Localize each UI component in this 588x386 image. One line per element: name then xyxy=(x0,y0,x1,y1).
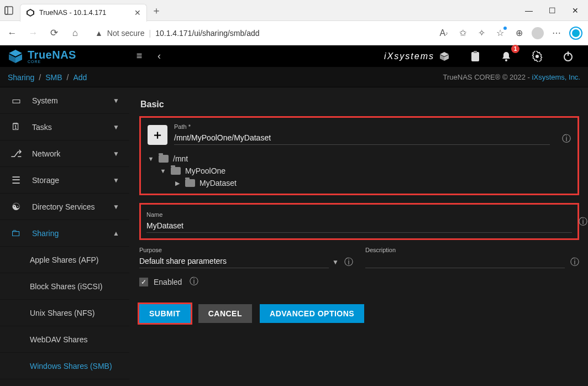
tree-row[interactable]: ▼ /mnt xyxy=(148,153,571,165)
sidebar-label: Network xyxy=(32,149,60,158)
crumb-add[interactable]: Add xyxy=(73,73,87,82)
browser-toolbar: ← → ⟳ ⌂ ▲ Not secure | 10.1.4.171/ui/sha… xyxy=(0,21,588,45)
calendar-icon: 🗓 xyxy=(10,121,22,133)
name-section: Name ⓘ xyxy=(139,203,579,240)
name-input[interactable] xyxy=(146,219,572,233)
gear-icon[interactable] xyxy=(527,46,547,66)
security-label: Not secure xyxy=(107,29,145,38)
cube-icon[interactable] xyxy=(434,46,454,66)
browser-tab-title: TrueNAS - 10.1.4.171 xyxy=(39,9,130,17)
breadcrumb-row: Sharing / SMB / Add TrueNAS CORE® © 2022… xyxy=(0,67,588,87)
crumb-smb[interactable]: SMB xyxy=(45,73,62,82)
path-section: ＋ Path * ⓘ ▼ /mnt ▼ MyPoolOne xyxy=(139,116,579,195)
sidebar-sub-smb[interactable]: Windows Shares (SMB) xyxy=(0,353,129,379)
expand-icon[interactable]: ▶ xyxy=(174,180,181,187)
back-icon[interactable]: ← xyxy=(6,28,19,39)
advanced-options-button[interactable]: ADVANCED OPTIONS xyxy=(260,304,364,323)
favorites-bar-icon[interactable]: ☆ xyxy=(494,27,506,39)
path-input[interactable] xyxy=(174,131,550,145)
app-header: TrueNAS CORE ≡ ‹ iXsystems 1 xyxy=(0,45,588,67)
description-input[interactable] xyxy=(365,254,565,268)
chevron-down-icon: ▼ xyxy=(113,150,119,158)
tree-row[interactable]: ▶ MyDataset xyxy=(148,177,571,189)
submit-button[interactable]: SUBMIT xyxy=(139,304,191,323)
refresh-icon[interactable]: ⟳ xyxy=(48,27,61,39)
tree-row[interactable]: ▼ MyPoolOne xyxy=(148,165,571,177)
enabled-checkbox[interactable]: ✓ xyxy=(139,278,148,286)
svg-point-13 xyxy=(536,55,539,58)
enabled-row[interactable]: ✓ Enabled ⓘ xyxy=(139,276,579,288)
help-icon[interactable]: ⓘ xyxy=(562,133,571,145)
purpose-select[interactable] xyxy=(139,254,329,268)
path-label: Path * xyxy=(174,123,550,130)
profile-avatar-icon[interactable] xyxy=(532,27,544,39)
purpose-field: Purpose ▼ ⓘ xyxy=(139,247,353,268)
sidebar-label: Tasks xyxy=(32,123,52,132)
help-icon[interactable]: ⓘ xyxy=(579,216,587,227)
path-row: ＋ Path * ⓘ xyxy=(148,123,571,145)
more-icon[interactable]: ⋯ xyxy=(550,27,563,39)
help-icon[interactable]: ⓘ xyxy=(190,276,198,288)
ixsystems-link[interactable]: iXsystems, Inc. xyxy=(532,73,580,81)
tab-overview-icon[interactable] xyxy=(0,6,18,15)
chevron-down-icon: ▼ xyxy=(113,203,119,211)
collapse-icon[interactable]: ▼ xyxy=(148,155,154,162)
sidebar-label: Storage xyxy=(32,176,59,185)
main-content: Basic ＋ Path * ⓘ ▼ /mnt ▼ MyP xyxy=(129,87,588,386)
crumb-sep: / xyxy=(67,73,69,82)
clipboard-icon[interactable] xyxy=(465,46,485,66)
bing-icon[interactable] xyxy=(569,27,582,40)
app-body: ▭ System ▼ 🗓 Tasks ▼ ⎇ Network ▼ ☰ Stora… xyxy=(0,87,588,386)
favorite-icon[interactable]: ✩ xyxy=(456,27,469,39)
chevron-down-icon: ▼ xyxy=(113,97,119,105)
crumb-sharing[interactable]: Sharing xyxy=(8,73,34,82)
browser-tab-strip: TrueNAS - 10.1.4.171 ✕ ＋ — ☐ ✕ xyxy=(0,0,588,21)
power-icon[interactable] xyxy=(558,46,578,66)
cancel-button[interactable]: CANCEL xyxy=(198,304,252,323)
sidebar-sub-afp[interactable]: Apple Shares (AFP) xyxy=(0,247,129,273)
maximize-icon[interactable]: ☐ xyxy=(547,6,557,15)
sidebar-sub-webdav[interactable]: WebDAV Shares xyxy=(0,326,129,353)
minimize-icon[interactable]: — xyxy=(524,6,534,15)
sidebar-item-storage[interactable]: ☰ Storage ▼ xyxy=(0,167,129,194)
path-tree: ▼ /mnt ▼ MyPoolOne ▶ MyDataset xyxy=(148,153,571,189)
sidebar-item-sharing[interactable]: 🗀 Sharing ▲ xyxy=(0,220,129,247)
collapse-icon[interactable]: ▼ xyxy=(160,168,166,174)
sidebar-item-network[interactable]: ⎇ Network ▼ xyxy=(0,140,129,167)
ix-logo[interactable]: iXsystems xyxy=(384,51,434,61)
home-icon[interactable]: ⌂ xyxy=(69,28,82,39)
text-size-icon[interactable]: A♪ xyxy=(438,27,450,39)
sidebar-item-services[interactable]: ⚙ Services xyxy=(0,379,129,386)
help-icon[interactable]: ⓘ xyxy=(344,257,353,268)
tree-label: MyDataset xyxy=(200,179,237,187)
close-tab-icon[interactable]: ✕ xyxy=(134,8,141,17)
forward-icon: → xyxy=(27,28,40,39)
new-tab-button[interactable]: ＋ xyxy=(151,4,161,17)
notifications-icon[interactable]: 1 xyxy=(496,46,516,66)
sidebar-label: System xyxy=(32,96,58,105)
back-chevron-icon[interactable]: ‹ xyxy=(149,46,169,66)
enabled-label: Enabled xyxy=(154,278,182,286)
breadcrumb: Sharing / SMB / Add xyxy=(8,73,87,82)
sidebar-sub-iscsi[interactable]: Block Shares (iSCSI) xyxy=(0,273,129,300)
logo-area[interactable]: TrueNAS CORE xyxy=(0,49,129,64)
crumb-sep: / xyxy=(39,73,41,82)
extensions-icon[interactable]: ✧ xyxy=(475,27,487,39)
chevron-down-icon: ▼ xyxy=(113,123,119,131)
sidebar-sub-nfs[interactable]: Unix Shares (NFS) xyxy=(0,300,129,326)
sidebar-item-tasks[interactable]: 🗓 Tasks ▼ xyxy=(0,114,129,140)
browser-tab[interactable]: TrueNAS - 10.1.4.171 ✕ xyxy=(20,4,147,22)
path-field: Path * xyxy=(174,123,550,145)
description-field: Description ⓘ xyxy=(365,247,579,268)
menu-toggle-icon[interactable]: ≡ xyxy=(129,46,149,66)
chevron-down-icon[interactable]: ▼ xyxy=(332,258,339,266)
address-bar[interactable]: ▲ Not secure | 10.1.4.171/ui/sharing/smb… xyxy=(90,29,430,38)
collections-icon[interactable]: ⊕ xyxy=(513,27,525,39)
help-icon[interactable]: ⓘ xyxy=(570,257,579,268)
close-window-icon[interactable]: ✕ xyxy=(570,6,580,15)
logo-text: TrueNAS xyxy=(28,49,76,61)
copyright-text: TrueNAS CORE® © 2022 - xyxy=(443,73,532,81)
add-folder-button[interactable]: ＋ xyxy=(148,125,167,145)
sidebar-item-system[interactable]: ▭ System ▼ xyxy=(0,87,129,114)
sidebar-item-directory[interactable]: ☯ Directory Services ▼ xyxy=(0,194,129,220)
